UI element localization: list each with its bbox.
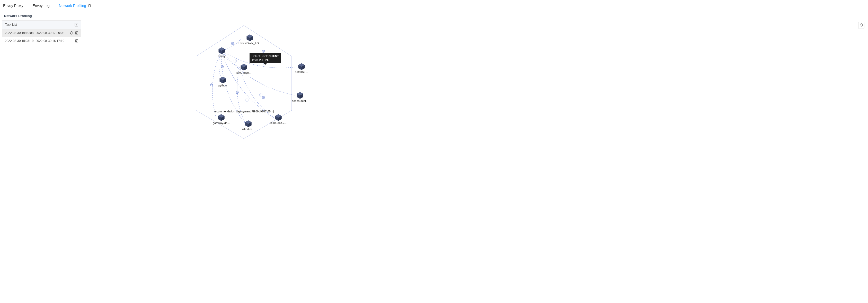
node-label: pilot-agen... [237,71,251,74]
node-python[interactable]: python [218,77,227,87]
node-label: satellite.... [295,70,308,73]
add-task-icon[interactable] [74,23,79,27]
node-envoy[interactable]: envoy [218,47,225,58]
node-satellite[interactable]: satellite.... [295,63,308,73]
task-row[interactable]: 2022-08-30 16:10:08 2022-08-30 17:20:08 [2,29,81,37]
tab-envoy-log[interactable]: Envoy Log [33,4,50,8]
globe-icon [246,99,248,101]
globe-icon [231,42,234,45]
page-title: Network Profiling [0,11,868,20]
tooltip-label: Type: [252,58,258,61]
edge[interactable] [221,51,245,124]
detail-icon[interactable] [75,31,79,35]
cube-icon [298,63,305,70]
edge[interactable] [237,67,245,124]
tabs-bar: Envoy Proxy Envoy Log Network Profiling [0,0,868,11]
globe-icon [236,91,239,94]
node-pilot[interactable]: pilot-agen... [237,64,251,74]
node-label: istiod.ist... [242,128,255,131]
task-list-title: Task List [5,23,17,27]
globe-icon [234,60,237,62]
task-start: 2022-08-30 16:10:08 [5,31,33,35]
tooltip-value: CLIENT [269,55,279,58]
task-list-panel: Task List 2022-08-30 16:10:08 2022-08-30… [2,20,81,146]
tab-label: Network Profiling [59,4,86,8]
graph-svg-layer: recommendation-deployment-7f989d9767-65r… [83,20,392,146]
lock-icon [211,83,213,86]
cube-icon [219,77,226,83]
globe-icon [259,94,262,96]
cube-icon [241,64,247,70]
tooltip-value: HTTPS [259,58,269,61]
task-end: 2022-08-30 17:20:08 [35,31,64,35]
node-label: kube-dns.k... [270,121,287,124]
task-list-header: Task List [2,21,81,29]
cube-icon [218,47,225,54]
node-label: envoy [218,55,225,58]
topology-graph[interactable]: recommendation-deployment-7f989d9767-65r… [83,20,866,146]
clipboard-icon [88,4,91,7]
task-row[interactable]: 2022-08-30 15:37:19 2022-08-30 16:17:19 [2,37,81,45]
cube-icon [246,34,253,41]
node-label: UNKNOWN_LO... [239,42,261,45]
cube-icon [245,120,252,127]
hexagon-label: recommendation-deployment-7f989d9767-65r… [214,110,274,113]
reset-layout-icon[interactable] [860,23,863,27]
node-istiod[interactable]: istiod.ist... [242,120,255,131]
node-label: python [218,84,227,87]
task-start: 2022-08-30 15:37:19 [5,39,33,43]
task-end: 2022-08-30 16:17:19 [35,39,64,43]
edge-tooltip: Detect Point: CLIENT Type: HTTPS [250,53,281,63]
graph-toolbar [858,22,864,29]
node-gateway[interactable]: gateway-de... [213,114,230,124]
tab-network-profiling[interactable]: Network Profiling [59,4,91,8]
globe-icon [262,96,265,99]
detail-icon[interactable] [75,39,79,43]
tooltip-label: Detect Point: [252,55,268,58]
globe-icon [262,50,265,53]
globe-icon [221,65,223,68]
node-label: songs-depl... [292,99,308,102]
node-label: gateway-de... [213,121,230,124]
tab-envoy-proxy[interactable]: Envoy Proxy [3,4,23,8]
edge[interactable] [240,67,274,118]
cube-icon [218,114,225,121]
cube-icon [297,92,303,99]
node-kube[interactable]: kube-dns.k... [270,114,287,124]
node-unknown[interactable]: UNKNOWN_LO... [239,34,261,45]
cube-icon [275,114,282,121]
refresh-icon[interactable] [70,31,73,35]
node-songs[interactable]: songs-depl... [292,92,308,102]
